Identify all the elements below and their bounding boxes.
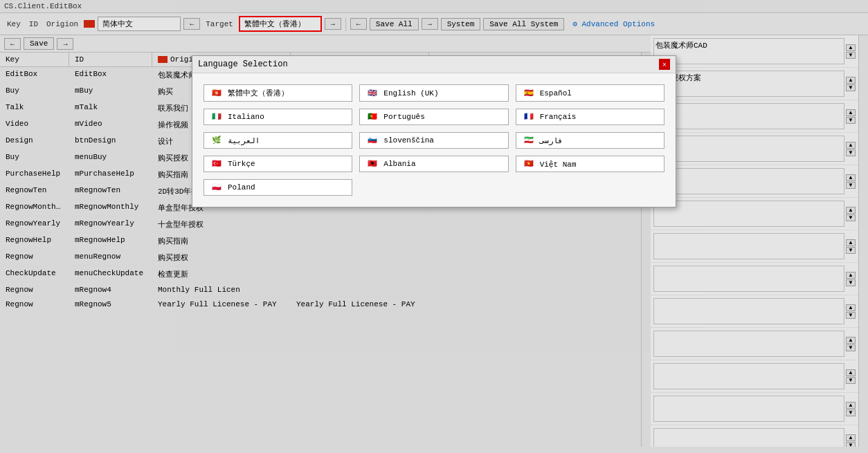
dialog-close-btn[interactable]: × xyxy=(659,59,670,70)
lang-name: فارسی xyxy=(540,136,563,145)
lang-name: English (UK) xyxy=(383,89,438,98)
lang-option-flag-hk[interactable]: 🇭🇰繁體中文（香港） xyxy=(204,84,352,102)
lang-option-flag-pl[interactable]: 🇵🇱Poland xyxy=(204,179,352,196)
lang-name: Türkçe xyxy=(228,160,255,168)
lang-name: Español xyxy=(540,89,572,98)
lang-option-flag-fr[interactable]: 🇫🇷Français xyxy=(516,109,664,125)
flag-icon: 🇪🇸 xyxy=(522,89,536,98)
language-dialog: Language Selection × 🇭🇰繁體中文（香港）🇬🇧English… xyxy=(192,55,676,207)
lang-option-flag-al[interactable]: 🇦🇱Albania xyxy=(359,156,508,172)
flag-icon: 🇻🇳 xyxy=(522,159,536,169)
lang-name: Italiano xyxy=(228,113,264,121)
dialog-title-text: Language Selection xyxy=(198,59,288,69)
flag-icon: 🇮🇷 xyxy=(522,136,536,145)
flag-icon: 🇸🇮 xyxy=(365,136,379,145)
flag-icon: 🇦🇱 xyxy=(365,159,379,169)
flag-icon: 🇮🇹 xyxy=(210,112,224,122)
flag-icon: 🇭🇰 xyxy=(210,89,224,98)
lang-name: Français xyxy=(540,113,577,121)
lang-option-flag-ir[interactable]: 🇮🇷فارسی xyxy=(516,132,664,149)
lang-option-flag-pt[interactable]: 🇵🇹Português xyxy=(359,109,508,125)
dialog-overlay: Language Selection × 🇭🇰繁體中文（香港）🇬🇧English… xyxy=(0,0,868,447)
lang-name: 繁體中文（香港） xyxy=(228,88,289,98)
dialog-body: 🇭🇰繁體中文（香港）🇬🇧English (UK)🇪🇸Español🇮🇹Itali… xyxy=(192,73,676,207)
lang-option-flag-vn[interactable]: 🇻🇳Việt Nam xyxy=(516,156,664,172)
lang-option-flag-si[interactable]: 🇸🇮slovenščina xyxy=(359,132,508,149)
lang-option-flag-ar[interactable]: 🌿العربية xyxy=(204,132,352,149)
lang-option-flag-tr[interactable]: 🇹🇷Türkçe xyxy=(204,156,352,172)
lang-option-flag-it[interactable]: 🇮🇹Italiano xyxy=(204,109,352,125)
flag-icon: 🇬🇧 xyxy=(365,89,379,98)
lang-name: Việt Nam xyxy=(540,160,577,169)
lang-option-flag-uk[interactable]: 🇬🇧English (UK) xyxy=(359,84,508,102)
flag-icon: 🇵🇱 xyxy=(210,183,224,192)
lang-name: العربية xyxy=(228,136,260,145)
lang-name: Português xyxy=(383,113,424,121)
flag-icon: 🇫🇷 xyxy=(522,112,536,122)
lang-option-flag-es[interactable]: 🇪🇸Español xyxy=(516,84,664,102)
lang-name: Poland xyxy=(228,183,255,192)
lang-name: Albania xyxy=(383,160,415,168)
flag-icon: 🇹🇷 xyxy=(210,159,224,169)
dialog-title-bar: Language Selection × xyxy=(192,56,676,73)
flag-icon: 🌿 xyxy=(210,136,224,145)
flag-icon: 🇵🇹 xyxy=(365,112,379,122)
lang-name: slovenščina xyxy=(383,136,434,145)
